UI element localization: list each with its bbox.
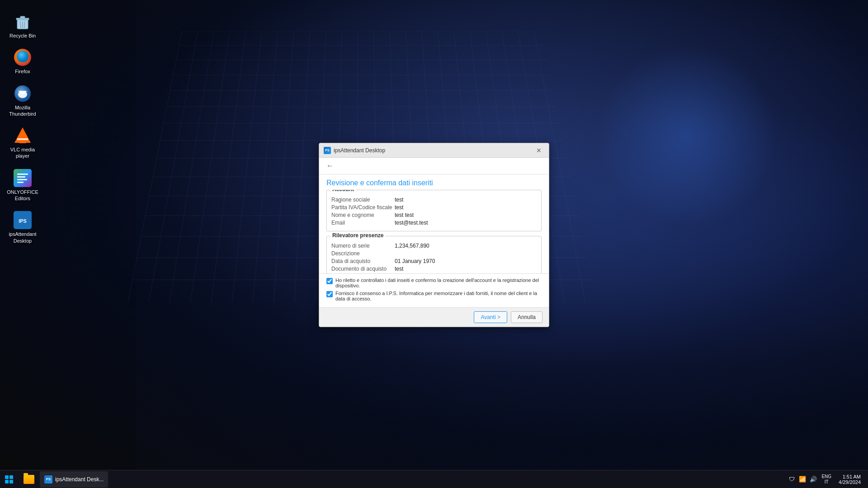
field-label-nome: Nome e cognome — [331, 212, 395, 218]
taskbar-ipsattendant-app[interactable]: PS ipsAttendant Desk... — [40, 471, 108, 488]
dialog-overlay: PS ipsAttendant Desktop ✕ ← Revisione e … — [0, 0, 868, 470]
field-row-partita: Partita IVA/Codice fiscale test — [331, 204, 537, 211]
field-row-data: Data di acquisto 01 January 1970 — [331, 258, 537, 264]
taskbar-pinned-apps — [20, 470, 38, 488]
taskbar-clock[interactable]: 1:51 AM 4/29/2024 — [835, 474, 864, 485]
dialog-checkboxes: Ho riletto e controllato i dati inseiti … — [319, 273, 549, 307]
field-label-descrizione: Descrizione — [331, 250, 395, 257]
dialog-title-left: PS ipsAttendant Desktop — [324, 147, 385, 154]
desktop: Recycle Bin Firefox — [0, 0, 868, 488]
field-value-documento: test — [395, 266, 537, 272]
field-value-nome: test test — [395, 212, 537, 218]
language-code: ENG — [821, 474, 831, 479]
dialog-titlebar: PS ipsAttendant Desktop ✕ — [319, 143, 549, 158]
rilevatore-section-title: Rilevatore presenze — [330, 232, 385, 239]
dialog-app-icon: PS — [324, 147, 331, 154]
field-row-ragione: Ragione sociale test — [331, 197, 537, 203]
checkbox-label-1: Ho riletto e controllato i dati inseiti … — [335, 277, 542, 288]
field-row-descrizione: Descrizione — [331, 250, 537, 257]
field-row-documento: Documento di acquisto test — [331, 266, 537, 272]
field-value-numero: 1,234,567,890 — [395, 243, 537, 249]
windows-logo-icon — [5, 475, 13, 483]
field-label-data: Data di acquisto — [331, 258, 395, 264]
dialog-scrollable-content[interactable]: Account Ragione sociale test Partita IVA… — [319, 190, 549, 273]
start-button[interactable] — [0, 470, 18, 488]
field-label-email: Email — [331, 220, 395, 226]
checkbox-row-2: Fornisco il consenso a I.P.S. Informatic… — [326, 291, 542, 301]
field-label-partita: Partita IVA/Codice fiscale — [331, 204, 395, 211]
field-value-data: 01 January 1970 — [395, 258, 537, 264]
account-section-content: Ragione sociale test Partita IVA/Codice … — [327, 190, 541, 231]
system-tray: 🛡 📶 🔊 ENG IT 1:51 AM 4/29/2024 — [787, 474, 868, 485]
taskbar-time-display: 1:51 AM — [843, 474, 861, 479]
rilevatore-section: Rilevatore presenze Numero di serie 1,23… — [326, 236, 542, 273]
tray-volume-icon[interactable]: 🔊 — [809, 475, 818, 484]
account-section-title: Account — [330, 190, 356, 192]
tray-network-icon[interactable]: 📶 — [798, 475, 807, 484]
field-value-partita: test — [395, 204, 537, 211]
taskbar-ipsattendant-label: ipsAttendant Desk... — [55, 476, 104, 483]
dialog-nav: ← — [319, 158, 549, 174]
field-row-numero: Numero di serie 1,234,567,890 — [331, 243, 537, 249]
language-indicator[interactable]: ENG IT — [820, 474, 833, 485]
file-explorer-icon — [24, 475, 34, 484]
checkbox-confirm1[interactable] — [326, 278, 333, 284]
ipsattendant-dialog: PS ipsAttendant Desktop ✕ ← Revisione e … — [319, 143, 549, 327]
checkbox-confirm2[interactable] — [326, 291, 333, 297]
avanti-button[interactable]: Avanti > — [474, 311, 507, 323]
dialog-footer: Avanti > Annulla — [319, 307, 549, 327]
checkbox-row-1: Ho riletto e controllato i dati inseiti … — [326, 277, 542, 288]
field-value-email: test@test.test — [395, 220, 537, 226]
dialog-heading: Revisione e conferma dati inseriti — [319, 174, 549, 190]
field-label-numero: Numero di serie — [331, 243, 395, 249]
field-label-ragione: Ragione sociale — [331, 197, 395, 203]
field-row-nome: Nome e cognome test test — [331, 212, 537, 218]
tray-security-icon[interactable]: 🛡 — [787, 475, 796, 484]
dialog-close-button[interactable]: ✕ — [533, 145, 544, 156]
taskbar-date-display: 4/29/2024 — [839, 479, 861, 485]
field-row-email: Email test@test.test — [331, 220, 537, 226]
dialog-title-text: ipsAttendant Desktop — [334, 147, 385, 154]
account-section: Account Ragione sociale test Partita IVA… — [326, 190, 542, 231]
field-value-ragione: test — [395, 197, 537, 203]
taskbar: PS ipsAttendant Desk... 🛡 📶 🔊 ENG IT 1:5… — [0, 470, 868, 488]
taskbar-file-explorer-button[interactable] — [20, 470, 38, 488]
field-label-documento: Documento di acquisto — [331, 266, 395, 272]
rilevatore-section-content: Numero di serie 1,234,567,890 Descrizion… — [327, 236, 541, 273]
locale-code: IT — [825, 479, 829, 485]
dialog-back-button[interactable]: ← — [325, 160, 335, 171]
taskbar-ipsattendant-icon: PS — [44, 475, 52, 483]
checkbox-label-2: Fornisco il consenso a I.P.S. Informatic… — [335, 291, 542, 301]
annulla-button[interactable]: Annulla — [511, 311, 542, 323]
